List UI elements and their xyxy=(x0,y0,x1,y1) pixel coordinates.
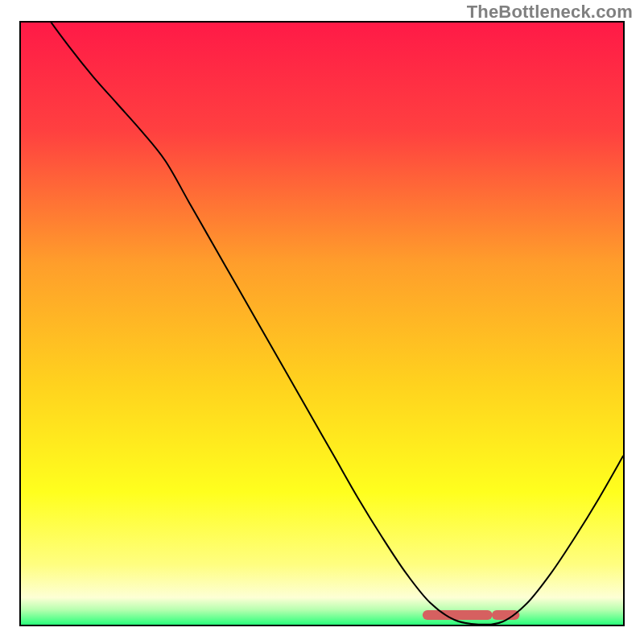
gradient-bg xyxy=(21,23,623,625)
plot-area xyxy=(19,21,625,626)
watermark-text: TheBottleneck.com xyxy=(467,2,633,23)
chart-svg xyxy=(21,23,623,625)
chart-container: TheBottleneck.com xyxy=(0,0,644,644)
